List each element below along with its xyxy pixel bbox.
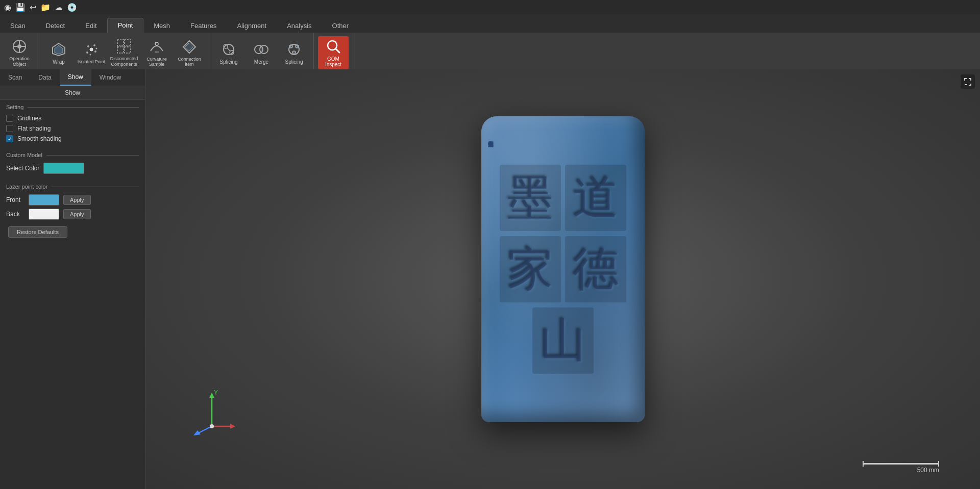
wrap-icon (51, 41, 67, 58)
save-icon[interactable]: 💾 (15, 3, 26, 12)
sub-tab-window[interactable]: Window (91, 69, 130, 86)
ribbon-btn-operation-object[interactable]: Operation Object (4, 36, 35, 69)
tab-mesh[interactable]: Mesh (143, 19, 180, 33)
disconnected-icon (116, 38, 132, 55)
app-icon: ◉ (4, 3, 11, 12)
svg-marker-7 (55, 45, 63, 54)
model-container: 墨 道 家 德 山 北京市文物局古代石刻保护研究中心 (481, 116, 645, 422)
smooth-shading-checkbox[interactable] (6, 135, 13, 142)
front-color-swatch[interactable] (29, 194, 59, 205)
ribbon-btn-operation-object-label: Operation Object (5, 56, 34, 67)
svg-point-12 (90, 48, 93, 51)
ribbon-btn-merge-label: Merge (254, 59, 268, 65)
svg-point-26 (260, 45, 268, 54)
laser-point-color-header: Lazer point color (6, 184, 139, 190)
select-color-swatch[interactable] (43, 163, 84, 174)
titlebar: ◉ 💾 ↩ 📁 ☁ 💿 (0, 0, 980, 14)
svg-point-1 (17, 44, 21, 48)
ribbon-btn-splicing2[interactable]: Splicing (279, 38, 309, 68)
svg-point-19 (155, 42, 158, 45)
left-panel: Scan Data Show Window Show Setting Gridl… (0, 69, 145, 489)
flat-shading-label: Flat shading (17, 125, 51, 132)
svg-marker-37 (230, 424, 235, 429)
flat-shading-checkbox[interactable] (6, 125, 13, 132)
char-5: 山 (532, 307, 594, 374)
axes-indicator: Y (186, 385, 237, 438)
sub-tab-scan[interactable]: Scan (0, 69, 30, 86)
folder-icon[interactable]: 📁 (40, 3, 51, 12)
tab-detect[interactable]: Detect (36, 19, 76, 33)
ribbon-btn-connection-item-label: Connection item (175, 57, 204, 67)
tab-alignment[interactable]: Alignment (227, 19, 277, 33)
smooth-shading-label: Smooth shading (17, 135, 62, 142)
ribbon-btn-wrap-label: Wrap (53, 59, 65, 65)
cloud-icon[interactable]: ☁ (55, 3, 63, 12)
tab-features[interactable]: Features (180, 19, 227, 33)
sub-tab-show[interactable]: Show (60, 69, 91, 86)
viewport: 墨 道 家 德 山 北京市文物局古代石刻保护研究中心 Y (145, 69, 980, 489)
char-row-2: 家 德 (500, 236, 626, 302)
back-color-swatch[interactable] (29, 209, 59, 220)
svg-line-32 (336, 49, 340, 53)
tab-other[interactable]: Other (322, 19, 359, 33)
section-setting: Setting Gridlines Flat shading Smooth sh… (0, 100, 145, 148)
ribbon-btn-splicing2-label: Splicing (285, 59, 303, 65)
section-custom-model: Custom Model Select Color (0, 148, 145, 179)
merge-icon (253, 41, 270, 58)
3d-model: 墨 道 家 德 山 北京市文物局古代石刻保护研究中心 (481, 116, 645, 422)
ribbon-btn-splicing1[interactable]: Splicing (213, 38, 244, 68)
char-3: 家 (500, 236, 561, 302)
sub-tabs: Scan Data Show Window (0, 69, 145, 86)
characters-layer: 墨 道 家 德 山 (481, 116, 645, 422)
svg-text:Y: Y (214, 389, 218, 396)
curvature-icon (149, 39, 165, 55)
splicing1-icon (220, 41, 237, 58)
select-color-label: Select Color (6, 165, 39, 172)
svg-point-28 (289, 45, 292, 48)
disk-icon[interactable]: 💿 (67, 3, 77, 12)
ribbon-btn-isolated-point-label: Isolated Point (78, 59, 106, 64)
undo-icon[interactable]: ↩ (30, 3, 36, 12)
scale-bar: 500 mm (863, 463, 939, 474)
svg-rect-18 (125, 47, 131, 53)
ribbon-btn-gom-inspect[interactable]: GOM Inspect (318, 36, 349, 69)
char-2: 道 (565, 165, 626, 231)
tab-analysis[interactable]: Analysis (277, 19, 322, 33)
char-1: 墨 (500, 165, 561, 231)
restore-defaults-button[interactable]: Restore Defaults (8, 226, 67, 238)
back-color-row: Back Apply (6, 207, 139, 221)
char-row-3: 山 (532, 307, 594, 374)
ribbon-btn-wrap[interactable]: Wrap (43, 38, 74, 68)
flat-shading-row: Flat shading (6, 123, 139, 134)
ribbon-btn-disconnected[interactable]: Disconnected Components (109, 36, 139, 69)
gridlines-row: Gridlines (6, 113, 139, 123)
ribbon-btn-connection-item[interactable]: Connection item (174, 37, 205, 69)
ribbon-btn-curvature-label: Curvature Sample (142, 57, 171, 67)
tab-point[interactable]: Point (107, 18, 144, 33)
fullscreen-button[interactable] (961, 74, 975, 89)
tab-scan[interactable]: Scan (0, 19, 36, 33)
svg-point-14 (96, 48, 97, 49)
smooth-shading-row: Smooth shading (6, 134, 139, 144)
nav-tabs: Scan Detect Edit Point Mesh Features Ali… (0, 14, 980, 33)
svg-rect-17 (117, 47, 124, 53)
section-setting-header: Setting (6, 104, 139, 110)
splicing2-icon (286, 41, 302, 58)
operation-object-icon (11, 38, 28, 55)
gom-inspect-icon (325, 38, 341, 55)
tab-edit[interactable]: Edit (75, 19, 107, 33)
gridlines-checkbox[interactable] (6, 115, 13, 122)
svg-point-10 (86, 52, 88, 54)
char-4: 德 (565, 236, 626, 302)
svg-point-8 (87, 45, 89, 47)
panel-show-heading: Show (0, 86, 145, 100)
svg-rect-16 (125, 40, 131, 46)
ribbon-btn-merge[interactable]: Merge (246, 38, 277, 68)
ribbon-btn-curvature[interactable]: Curvature Sample (141, 37, 172, 69)
back-apply-button[interactable]: Apply (63, 209, 91, 219)
scale-line (863, 463, 939, 465)
front-apply-button[interactable]: Apply (63, 195, 91, 205)
ribbon-btn-isolated-point[interactable]: Isolated Point (76, 38, 107, 68)
sub-tab-data[interactable]: Data (30, 69, 59, 86)
svg-point-29 (296, 45, 299, 48)
